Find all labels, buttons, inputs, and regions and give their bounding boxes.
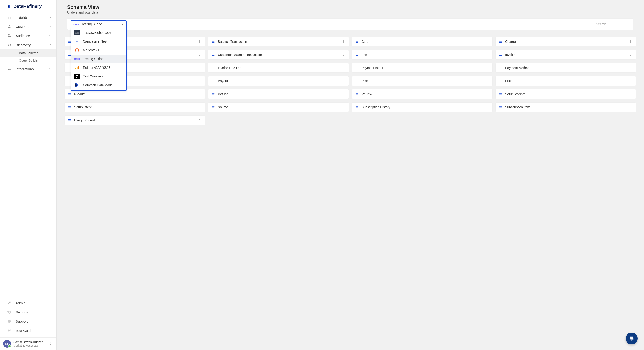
source-option[interactable]: Test Omnisend bbox=[71, 72, 126, 81]
schema-card[interactable]: Payment Intent bbox=[352, 63, 492, 73]
svg-rect-138 bbox=[68, 107, 71, 107]
schema-card[interactable]: Setup Attempt bbox=[495, 89, 636, 99]
source-option[interactable]: stripe Testing STripe bbox=[71, 55, 126, 63]
schema-card[interactable]: Customer Balance Transaction bbox=[208, 50, 349, 60]
sidebar-collapse-button[interactable] bbox=[50, 5, 53, 8]
nav-item-support[interactable]: ? Support bbox=[0, 317, 56, 326]
schema-card[interactable]: Price bbox=[495, 76, 636, 86]
schema-card[interactable]: Review bbox=[352, 89, 492, 99]
card-menu-button[interactable] bbox=[628, 66, 633, 70]
svg-rect-59 bbox=[500, 54, 502, 54]
nav-item-customer[interactable]: Customer bbox=[0, 22, 56, 31]
svg-point-112 bbox=[630, 82, 631, 82]
schema-card[interactable]: Subscription History bbox=[352, 102, 492, 112]
card-menu-button[interactable] bbox=[485, 106, 489, 109]
card-menu-button[interactable] bbox=[341, 66, 346, 70]
card-menu-button[interactable] bbox=[628, 53, 633, 56]
card-menu-button[interactable] bbox=[628, 79, 633, 83]
nav-sub-query-builder[interactable]: Query Builder bbox=[0, 57, 56, 64]
brand-logo[interactable]: DataRefinery bbox=[7, 4, 42, 9]
schema-card[interactable]: Source bbox=[208, 102, 349, 112]
chevron-down-icon bbox=[49, 34, 52, 37]
svg-point-45 bbox=[200, 55, 200, 55]
card-menu-button[interactable] bbox=[198, 93, 202, 96]
card-menu-button[interactable] bbox=[485, 40, 489, 43]
schema-card[interactable]: Invoice Line Item bbox=[208, 63, 349, 73]
card-menu-button[interactable] bbox=[485, 53, 489, 56]
schema-card-label: Payment Intent bbox=[362, 66, 482, 70]
card-menu-button[interactable] bbox=[198, 119, 202, 122]
nav-item-tour-guide[interactable]: Tour Guide bbox=[0, 326, 56, 335]
schema-card[interactable]: Balance Transaction bbox=[208, 37, 349, 47]
card-menu-button[interactable] bbox=[198, 79, 202, 83]
card-menu-button[interactable] bbox=[198, 66, 202, 70]
svg-point-51 bbox=[343, 55, 344, 55]
source-option[interactable]: RefineryGA240823 bbox=[71, 63, 126, 72]
schema-card[interactable]: Refund bbox=[208, 89, 349, 99]
svg-rect-161 bbox=[68, 119, 71, 120]
card-menu-button[interactable] bbox=[198, 40, 202, 43]
user-menu-button[interactable] bbox=[48, 341, 53, 346]
card-menu-button[interactable] bbox=[341, 93, 346, 96]
card-menu-button[interactable] bbox=[341, 106, 346, 109]
nav-item-integrations[interactable]: Integrations bbox=[0, 64, 56, 73]
card-menu-button[interactable] bbox=[198, 106, 202, 109]
card-menu-button[interactable] bbox=[341, 53, 346, 56]
schema-card[interactable]: Subscription Item bbox=[495, 102, 636, 112]
source-option[interactable]: MagentoV1 bbox=[71, 46, 126, 55]
svg-rect-121 bbox=[212, 95, 215, 95]
svg-rect-23 bbox=[212, 41, 215, 41]
svg-rect-30 bbox=[356, 41, 358, 42]
card-menu-button[interactable] bbox=[485, 79, 489, 83]
nav-item-admin[interactable]: Admin bbox=[0, 298, 56, 307]
chat-fab[interactable] bbox=[626, 332, 638, 344]
people-icon bbox=[7, 33, 12, 38]
card-menu-button[interactable] bbox=[628, 93, 633, 96]
card-menu-button[interactable] bbox=[628, 106, 633, 109]
schema-card[interactable]: Card bbox=[352, 37, 492, 47]
svg-rect-77 bbox=[356, 67, 358, 67]
source-option[interactable]: Common Data Model bbox=[71, 81, 126, 90]
svg-rect-103 bbox=[356, 82, 358, 82]
card-menu-button[interactable] bbox=[485, 66, 489, 70]
schema-card[interactable]: Invoice bbox=[495, 50, 636, 60]
svg-point-15 bbox=[76, 75, 77, 76]
card-menu-button[interactable] bbox=[341, 40, 346, 43]
card-menu-button[interactable] bbox=[198, 53, 202, 56]
svg-rect-47 bbox=[212, 54, 215, 54]
source-selector[interactable]: stripe Testing STripe ▲ bbox=[70, 21, 127, 28]
card-menu-button[interactable] bbox=[628, 40, 633, 43]
search-input[interactable] bbox=[596, 21, 630, 27]
svg-rect-5 bbox=[75, 31, 79, 34]
card-menu-button[interactable] bbox=[485, 93, 489, 96]
schema-card[interactable]: Payment Method bbox=[495, 63, 636, 73]
nav-item-discovery[interactable]: Discovery bbox=[0, 40, 56, 50]
svg-point-134 bbox=[630, 93, 631, 93]
svg-rect-95 bbox=[212, 80, 215, 81]
card-menu-button[interactable] bbox=[341, 79, 346, 83]
bar-chart-icon bbox=[7, 15, 12, 20]
source-option[interactable]: TestCsvBlob240823 bbox=[71, 28, 126, 37]
schema-card[interactable]: Fee bbox=[352, 50, 492, 60]
nav-item-audience[interactable]: Audience bbox=[0, 31, 56, 40]
svg-rect-83 bbox=[500, 67, 502, 67]
caret-up-icon: ▲ bbox=[122, 23, 124, 26]
source-option[interactable]: ~~~ Campaigner Test bbox=[71, 37, 126, 46]
svg-point-129 bbox=[487, 94, 487, 94]
schema-card[interactable]: Payout bbox=[208, 76, 349, 86]
schema-card[interactable]: Charge bbox=[495, 37, 636, 47]
svg-point-152 bbox=[487, 106, 487, 107]
omnisend-icon bbox=[74, 74, 80, 79]
swap-icon bbox=[7, 67, 12, 71]
svg-point-68 bbox=[200, 67, 200, 67]
schema-card[interactable]: Plan bbox=[352, 76, 492, 86]
user-profile-row[interactable]: SB Samm Bowen-Hughes Marketing Associate bbox=[0, 337, 56, 350]
user-name: Samm Bowen-Hughes bbox=[13, 340, 46, 344]
schema-card[interactable]: Usage Record bbox=[64, 115, 205, 125]
schema-card[interactable]: Setup Intent bbox=[64, 102, 205, 112]
nav-sub-data-schema[interactable]: Data Schema bbox=[0, 50, 56, 57]
schema-card-label: Review bbox=[362, 92, 482, 96]
nav-item-settings[interactable]: Settings bbox=[0, 307, 56, 317]
svg-point-141 bbox=[200, 107, 200, 107]
nav-item-insights[interactable]: Insights bbox=[0, 13, 56, 22]
